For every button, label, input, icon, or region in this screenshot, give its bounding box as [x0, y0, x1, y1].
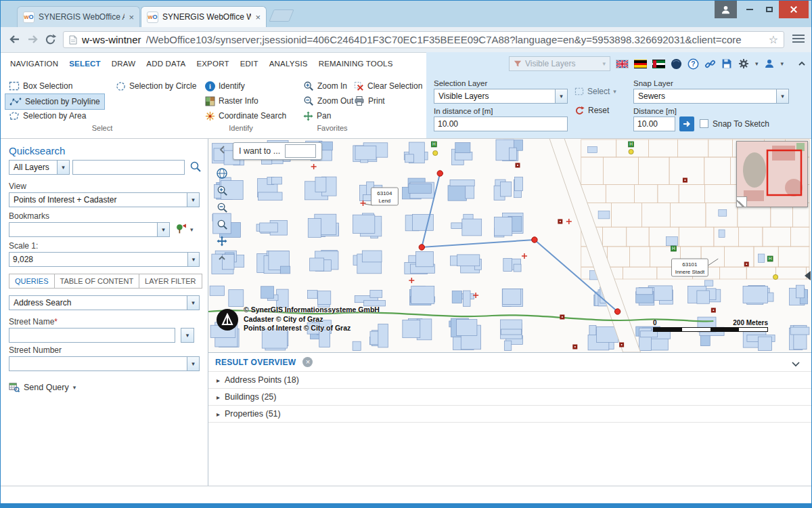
expand-arrow-icon[interactable]: ▸ [217, 410, 220, 418]
tool-clear-selection[interactable]: Clear Selection [354, 79, 422, 93]
minimize-button[interactable] [740, 1, 759, 18]
map-viewport[interactable]: HHHH 63104 Lend 63101 Innere Stadt [208, 138, 811, 352]
browser-menu-icon[interactable] [792, 35, 805, 43]
tool-selection-by-polyline[interactable]: Selection by Polyline [5, 93, 105, 110]
menu-analysis[interactable]: ANALYSIS [264, 52, 313, 75]
link-icon[interactable] [704, 58, 716, 70]
tab-layer-filter[interactable]: LAYER FILTER [139, 274, 202, 289]
map-pan-icon[interactable] [215, 234, 229, 248]
results-collapse-icon[interactable] [791, 358, 800, 370]
settings-caret-icon[interactable]: ▾ [755, 60, 759, 67]
tool-raster-info[interactable]: Raster Info [205, 94, 258, 108]
menu-add-data[interactable]: ADD DATA [141, 52, 191, 75]
close-button[interactable] [779, 1, 809, 18]
scale-caret-button[interactable]: ▾ [187, 252, 200, 267]
view-dropdown[interactable]: Points of Interest + Cadaster▾ [9, 192, 200, 207]
dropdown-caret-icon[interactable]: ▾ [157, 223, 169, 236]
collapse-tools-icon[interactable] [215, 251, 229, 265]
zoom-to-selection-icon[interactable] [215, 217, 229, 231]
quicksearch-go-icon[interactable] [189, 161, 202, 175]
dropdown-caret-icon[interactable]: ▾ [187, 193, 199, 207]
address-bar[interactable]: w-ws-wintner /WebOffice103/synserver;jse… [63, 31, 784, 48]
save-icon[interactable] [721, 58, 733, 70]
collapse-ribbon-icon[interactable] [796, 58, 807, 70]
forward-button[interactable] [25, 32, 40, 47]
street-number-dropdown[interactable]: ▾ [9, 356, 200, 371]
expand-arrow-icon[interactable]: ▸ [217, 394, 220, 401]
select-action-button[interactable]: Select ▾ [574, 85, 616, 98]
settings-gear-icon[interactable] [738, 58, 750, 70]
menu-select[interactable]: SELECT [64, 52, 106, 75]
dropdown-caret-icon[interactable]: ▾ [57, 161, 69, 174]
snap-to-sketch-checkbox[interactable] [700, 119, 708, 128]
help-icon[interactable]: ? [687, 58, 699, 70]
results-close-icon[interactable]: × [302, 357, 313, 367]
reset-button[interactable]: Reset [574, 104, 609, 117]
result-row-address-points[interactable]: ▸ Address Points (18) [208, 371, 811, 388]
bookmark-star-icon[interactable]: ☆ [769, 33, 778, 46]
expand-arrow-icon[interactable]: ▸ [217, 377, 220, 384]
tab-table-of-content[interactable]: TABLE OF CONTENT [55, 274, 140, 289]
account-caret-icon[interactable]: ▾ [780, 60, 784, 67]
flag-uae-icon[interactable] [652, 60, 665, 68]
sidebar-collapse-button[interactable] [217, 144, 229, 156]
result-row-buildings[interactable]: ▸ Buildings (25) [208, 388, 811, 405]
menu-export[interactable]: EXPORT [191, 52, 234, 75]
menu-navigation[interactable]: NAVIGATION [5, 52, 64, 75]
menu-remaining-tools[interactable]: REMAINING TOOLS [313, 52, 399, 75]
tab-queries[interactable]: QUERIES [9, 274, 55, 289]
maximize-button[interactable] [759, 1, 779, 18]
tool-print[interactable]: Print [354, 94, 385, 108]
dropdown-caret-icon[interactable]: ▾ [555, 89, 567, 103]
overview-resize-grip[interactable] [736, 196, 747, 207]
street-name-input[interactable] [9, 328, 175, 343]
dropdown-caret-icon[interactable]: ▾ [776, 89, 788, 103]
i-want-to-widget[interactable]: I want to ... [233, 142, 322, 160]
profile-button[interactable] [715, 1, 737, 18]
add-bookmark-icon[interactable] [175, 223, 187, 237]
dropdown-caret-icon[interactable]: ▾ [187, 296, 199, 310]
tool-pan[interactable]: Pan [303, 109, 331, 123]
browser-tab-web[interactable]: wO SYNERGIS WebOffice Web × [141, 6, 267, 27]
snap-apply-button[interactable] [679, 117, 694, 131]
scale-input[interactable] [9, 252, 188, 267]
globe-dark-icon[interactable] [671, 58, 682, 70]
quicksearch-input[interactable] [72, 160, 185, 175]
overview-map[interactable] [736, 141, 808, 207]
back-button[interactable] [7, 32, 22, 47]
bookmarks-dropdown[interactable]: ▾ [9, 222, 170, 237]
flag-uk-icon[interactable] [616, 60, 629, 68]
snap-distance-input[interactable] [633, 117, 675, 131]
menu-edit[interactable]: EDIT [235, 52, 264, 75]
map-zoom-out-icon[interactable] [215, 200, 229, 214]
menu-draw[interactable]: DRAW [106, 52, 141, 75]
street-name-caret-button[interactable]: ▾ [181, 328, 194, 343]
tool-selection-by-circle[interactable]: Selection by Circle [116, 79, 196, 93]
query-type-dropdown[interactable]: Address Search▾ [9, 295, 200, 310]
flag-germany-icon[interactable] [634, 60, 647, 68]
visible-layers-dropdown[interactable]: Visible Layers ▾ [509, 56, 610, 71]
bookmark-caret-icon[interactable]: ▾ [190, 226, 194, 233]
tool-selection-by-area[interactable]: Selection by Area [9, 109, 86, 123]
selection-layer-dropdown[interactable]: Visible Layers▾ [434, 89, 568, 104]
tool-zoom-out[interactable]: Zoom Out [303, 94, 353, 108]
new-tab-button[interactable] [269, 9, 294, 22]
panel-collapse-handle[interactable] [805, 271, 811, 280]
account-icon[interactable] [763, 58, 775, 70]
i-want-to-input[interactable] [285, 144, 316, 158]
tool-identify[interactable]: i Identify [205, 79, 245, 93]
tab-close-icon[interactable]: × [129, 12, 134, 22]
snap-layer-dropdown[interactable]: Sewers▾ [633, 89, 789, 104]
send-query-button[interactable]: Send Query ▾ [9, 382, 76, 393]
send-query-caret-icon[interactable]: ▾ [73, 384, 76, 391]
refresh-button[interactable] [43, 32, 58, 47]
tool-zoom-in[interactable]: Zoom In [303, 79, 347, 93]
full-extent-globe-icon[interactable] [215, 167, 229, 180]
dropdown-caret-icon[interactable]: ▾ [187, 357, 199, 371]
in-distance-input[interactable] [434, 117, 568, 131]
tab-close-icon[interactable]: × [255, 12, 261, 22]
browser-tab-admin[interactable]: wO SYNERGIS WebOffice Adm × [17, 6, 140, 27]
map-zoom-in-icon[interactable] [215, 184, 229, 197]
result-row-properties[interactable]: ▸ Properties (51) [208, 405, 811, 423]
tool-coordinate-search[interactable]: Coordinate Search [205, 109, 286, 123]
